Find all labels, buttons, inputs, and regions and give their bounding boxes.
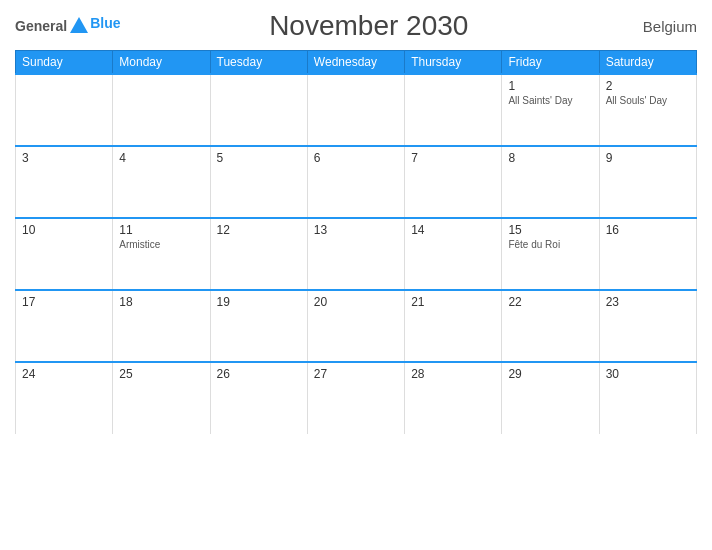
calendar-grid: Sunday Monday Tuesday Wednesday Thursday… bbox=[15, 50, 697, 434]
header-saturday: Saturday bbox=[599, 51, 696, 75]
day-number: 7 bbox=[411, 151, 495, 165]
calendar-cell: 2All Souls' Day bbox=[599, 74, 696, 146]
logo-icon bbox=[68, 15, 90, 37]
day-number: 20 bbox=[314, 295, 398, 309]
holiday-label: Armistice bbox=[119, 239, 203, 250]
day-number: 1 bbox=[508, 79, 592, 93]
calendar-cell: 11Armistice bbox=[113, 218, 210, 290]
day-number: 26 bbox=[217, 367, 301, 381]
day-number: 29 bbox=[508, 367, 592, 381]
calendar-cell bbox=[307, 74, 404, 146]
calendar-cell: 28 bbox=[405, 362, 502, 434]
day-number: 22 bbox=[508, 295, 592, 309]
calendar-cell: 27 bbox=[307, 362, 404, 434]
country-label: Belgium bbox=[617, 18, 697, 35]
calendar-cell: 8 bbox=[502, 146, 599, 218]
header-wednesday: Wednesday bbox=[307, 51, 404, 75]
day-number: 8 bbox=[508, 151, 592, 165]
calendar-cell: 29 bbox=[502, 362, 599, 434]
header-tuesday: Tuesday bbox=[210, 51, 307, 75]
calendar-cell: 18 bbox=[113, 290, 210, 362]
calendar-cell: 6 bbox=[307, 146, 404, 218]
calendar-week-row: 3456789 bbox=[16, 146, 697, 218]
svg-marker-0 bbox=[70, 17, 88, 33]
calendar-cell: 25 bbox=[113, 362, 210, 434]
calendar-cell: 21 bbox=[405, 290, 502, 362]
day-number: 5 bbox=[217, 151, 301, 165]
day-number: 3 bbox=[22, 151, 106, 165]
calendar-cell: 9 bbox=[599, 146, 696, 218]
day-number: 15 bbox=[508, 223, 592, 237]
header-monday: Monday bbox=[113, 51, 210, 75]
holiday-label: All Saints' Day bbox=[508, 95, 592, 106]
logo-general-text: General bbox=[15, 18, 67, 34]
day-number: 11 bbox=[119, 223, 203, 237]
day-number: 17 bbox=[22, 295, 106, 309]
day-number: 14 bbox=[411, 223, 495, 237]
day-number: 2 bbox=[606, 79, 690, 93]
day-number: 13 bbox=[314, 223, 398, 237]
calendar-week-row: 24252627282930 bbox=[16, 362, 697, 434]
day-number: 30 bbox=[606, 367, 690, 381]
calendar-week-row: 1011Armistice12131415Fête du Roi16 bbox=[16, 218, 697, 290]
header-sunday: Sunday bbox=[16, 51, 113, 75]
calendar-cell bbox=[113, 74, 210, 146]
day-number: 27 bbox=[314, 367, 398, 381]
calendar-cell: 4 bbox=[113, 146, 210, 218]
day-number: 19 bbox=[217, 295, 301, 309]
day-number: 16 bbox=[606, 223, 690, 237]
calendar-cell: 16 bbox=[599, 218, 696, 290]
calendar-cell: 22 bbox=[502, 290, 599, 362]
header-thursday: Thursday bbox=[405, 51, 502, 75]
weekday-header-row: Sunday Monday Tuesday Wednesday Thursday… bbox=[16, 51, 697, 75]
calendar-cell bbox=[405, 74, 502, 146]
calendar-cell: 12 bbox=[210, 218, 307, 290]
calendar-cell: 24 bbox=[16, 362, 113, 434]
calendar-week-row: 17181920212223 bbox=[16, 290, 697, 362]
holiday-label: Fête du Roi bbox=[508, 239, 592, 250]
calendar-cell bbox=[16, 74, 113, 146]
calendar-week-row: 1All Saints' Day2All Souls' Day bbox=[16, 74, 697, 146]
day-number: 9 bbox=[606, 151, 690, 165]
calendar-cell: 19 bbox=[210, 290, 307, 362]
header: General Blue November 2030 Belgium bbox=[15, 10, 697, 42]
logo-blue-text: Blue bbox=[90, 15, 120, 31]
day-number: 12 bbox=[217, 223, 301, 237]
calendar-cell: 26 bbox=[210, 362, 307, 434]
calendar-cell: 30 bbox=[599, 362, 696, 434]
calendar-cell: 23 bbox=[599, 290, 696, 362]
day-number: 10 bbox=[22, 223, 106, 237]
day-number: 25 bbox=[119, 367, 203, 381]
logo: General Blue bbox=[15, 15, 120, 37]
calendar-cell: 15Fête du Roi bbox=[502, 218, 599, 290]
day-number: 4 bbox=[119, 151, 203, 165]
calendar-cell: 13 bbox=[307, 218, 404, 290]
calendar-cell: 20 bbox=[307, 290, 404, 362]
calendar-cell: 17 bbox=[16, 290, 113, 362]
calendar-cell bbox=[210, 74, 307, 146]
day-number: 28 bbox=[411, 367, 495, 381]
day-number: 21 bbox=[411, 295, 495, 309]
calendar-cell: 1All Saints' Day bbox=[502, 74, 599, 146]
day-number: 6 bbox=[314, 151, 398, 165]
calendar-container: General Blue November 2030 Belgium Sunda… bbox=[0, 0, 712, 550]
calendar-cell: 14 bbox=[405, 218, 502, 290]
day-number: 23 bbox=[606, 295, 690, 309]
day-number: 18 bbox=[119, 295, 203, 309]
calendar-cell: 10 bbox=[16, 218, 113, 290]
calendar-cell: 7 bbox=[405, 146, 502, 218]
calendar-cell: 5 bbox=[210, 146, 307, 218]
day-number: 24 bbox=[22, 367, 106, 381]
month-title: November 2030 bbox=[120, 10, 617, 42]
holiday-label: All Souls' Day bbox=[606, 95, 690, 106]
calendar-cell: 3 bbox=[16, 146, 113, 218]
header-friday: Friday bbox=[502, 51, 599, 75]
